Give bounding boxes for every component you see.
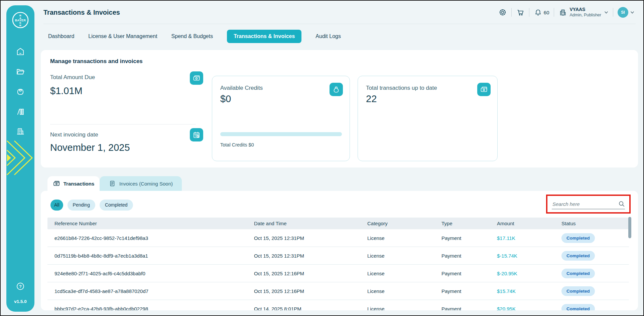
- transaction-tabs: Transactions Invoices (Coming Soon): [47, 176, 182, 191]
- cell-type: Payment: [441, 288, 497, 294]
- cell-datetime: Oct 14, 2025 8:01PM: [254, 306, 367, 311]
- cash-icon[interactable]: [190, 71, 203, 85]
- bag-icon[interactable]: [16, 87, 25, 96]
- banknote-icon: [53, 180, 60, 187]
- table-row[interactable]: e2661b84-7226-42cc-9852-7c141def98a3 Oct…: [47, 229, 629, 247]
- cell-reference: bbbc97d2-e2ca-42b8-93fb-abb0cdb02298: [54, 306, 254, 311]
- filter-pending[interactable]: Pending: [68, 200, 95, 211]
- status-badge: Completed: [561, 286, 595, 296]
- search-input[interactable]: [552, 201, 613, 207]
- transactions-table: Reference Number Date and Time Category …: [47, 218, 629, 310]
- cell-amount: $-15.74K: [497, 253, 517, 259]
- cell-reference: 924e8e80-2f71-4025-acf6-c4c5dd3babf0: [54, 271, 254, 276]
- sidebar: B A BAYER E R: [6, 5, 34, 312]
- table-row[interactable]: bbbc97d2-e2ca-42b8-93fb-abb0cdb02298 Oct…: [47, 300, 629, 310]
- cell-category: License: [367, 235, 441, 241]
- search-icon[interactable]: [618, 201, 625, 207]
- transactions-panel: All Pending Completed Reference Number D…: [41, 191, 638, 310]
- library-icon[interactable]: [16, 107, 25, 116]
- total-transactions-label: Total transactions up to date: [366, 85, 437, 91]
- table-row[interactable]: 1cd5ca3e-df7d-4583-ae87-a78a887020d7 Oct…: [47, 282, 629, 300]
- tab-audit-logs[interactable]: Audit Logs: [315, 33, 341, 39]
- cell-datetime: Oct 15, 2025 12:31PM: [254, 253, 367, 259]
- notifications-button[interactable]: 60: [534, 8, 549, 17]
- col-reference-number: Reference Number: [54, 221, 254, 226]
- table-header-row: Reference Number Date and Time Category …: [47, 218, 629, 229]
- folder-icon[interactable]: [16, 67, 25, 76]
- tab-license-user-management[interactable]: License & User Management: [88, 33, 157, 39]
- header-separator: [529, 8, 529, 17]
- cell-amount: $15.74K: [497, 288, 516, 294]
- total-transactions-card: Total transactions up to date 22: [358, 76, 498, 161]
- total-amount-due-value: $1.01M: [50, 85, 83, 96]
- col-status: Status: [561, 221, 629, 226]
- tab-invoices-label: Invoices (Coming Soon): [119, 181, 173, 187]
- invoice-document-icon: [109, 180, 116, 187]
- cell-datetime: Oct 15, 2025 12:16PM: [254, 271, 367, 276]
- tab-dashboard[interactable]: Dashboard: [48, 33, 74, 39]
- app-window: B A BAYER E R: [0, 0, 644, 316]
- main-nav-tabs: Dashboard License & User Management Spen…: [48, 29, 341, 43]
- home-icon[interactable]: [16, 47, 25, 56]
- tab-spend-budgets[interactable]: Spend & Budgets: [171, 33, 213, 39]
- search-field: [552, 199, 625, 209]
- page-title: Transactions & Invoices: [43, 9, 120, 16]
- status-badge: Completed: [561, 304, 595, 311]
- account-switcher[interactable]: VYAAS Admin, Publisher: [558, 7, 609, 18]
- settings-gear-icon[interactable]: [498, 8, 507, 17]
- table-body: e2661b84-7226-42cc-9852-7c141def98a3 Oct…: [47, 229, 629, 310]
- chevron-down-icon[interactable]: [604, 10, 609, 15]
- svg-text:R: R: [19, 24, 21, 27]
- col-date-time: Date and Time: [254, 221, 367, 226]
- bell-icon: [534, 8, 542, 17]
- help-icon[interactable]: ?: [16, 282, 25, 291]
- header-separator: [511, 8, 512, 17]
- tab-invoices[interactable]: Invoices (Coming Soon): [100, 176, 182, 191]
- svg-text:?: ?: [19, 284, 22, 289]
- next-invoicing-label: Next invoicing date: [50, 131, 98, 138]
- money-pouch-icon[interactable]: [330, 83, 343, 96]
- tab-transactions-invoices[interactable]: Transactions & Invoices: [227, 30, 301, 43]
- filter-all[interactable]: All: [50, 200, 63, 211]
- overview-panel: Manage transactions and invoices Total A…: [41, 50, 638, 168]
- cart-icon[interactable]: [516, 8, 525, 17]
- header-actions: 60 VYAAS Admin, Publisher SI: [498, 1, 635, 24]
- total-transactions-value: 22: [366, 93, 377, 104]
- notification-count: 60: [544, 10, 549, 15]
- table-row[interactable]: 0d75119b-b4b8-4b8c-8df9-a7ecb1a3d8a1 Oct…: [47, 247, 629, 265]
- col-type: Type: [441, 221, 497, 226]
- cell-amount: $-20.95K: [497, 271, 517, 276]
- tab-transactions-label: Transactions: [63, 181, 95, 187]
- account-name: VYAAS: [570, 7, 602, 13]
- table-row[interactable]: 924e8e80-2f71-4025-acf6-c4c5dd3babf0 Oct…: [47, 265, 629, 282]
- status-badge: Completed: [561, 233, 595, 243]
- cell-datetime: Oct 15, 2025 12:16PM: [254, 288, 367, 294]
- cell-category: License: [367, 306, 441, 311]
- cell-type: Payment: [441, 306, 497, 311]
- cash-icon[interactable]: [477, 83, 491, 96]
- tab-transactions[interactable]: Transactions: [47, 176, 100, 191]
- building-icon[interactable]: [16, 126, 25, 136]
- status-badge: Completed: [561, 251, 595, 261]
- cell-amount: $20.95K: [497, 306, 516, 311]
- header-separator: [554, 8, 554, 17]
- chevron-down-icon[interactable]: [630, 10, 635, 15]
- account-role: Admin, Publisher: [570, 13, 602, 18]
- organization-icon: [558, 8, 567, 17]
- status-badge: Completed: [561, 269, 595, 278]
- avatar[interactable]: SI: [618, 7, 628, 18]
- header-separator: [613, 8, 613, 17]
- cell-category: License: [367, 271, 441, 276]
- total-credits-label: Total Credits $0: [220, 142, 254, 147]
- available-credits-card: Available Credits $0 Total Credits $0: [212, 76, 350, 161]
- amount-due-block: Total Amount Due $1.01M Next invoicing d…: [50, 71, 203, 158]
- cell-category: License: [367, 253, 441, 259]
- cell-type: Payment: [441, 271, 497, 276]
- filter-completed[interactable]: Completed: [100, 200, 133, 211]
- col-amount: Amount: [497, 221, 561, 226]
- bayer-logo: B A BAYER E R: [12, 11, 29, 29]
- search-highlight: [546, 195, 631, 214]
- calendar-icon[interactable]: [190, 128, 203, 141]
- table-scrollbar[interactable]: [628, 217, 631, 238]
- user-menu[interactable]: SI: [618, 7, 635, 18]
